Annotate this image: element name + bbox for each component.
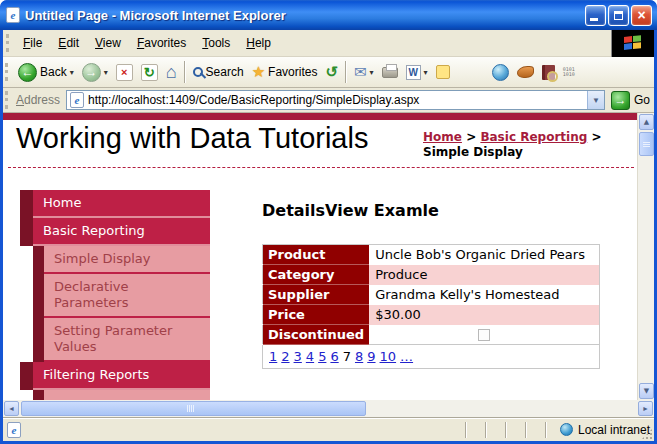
- address-url[interactable]: http://localhost:1409/Code/BasicReportin…: [88, 93, 587, 107]
- favorites-label: Favorites: [268, 65, 317, 79]
- toolbar-grip[interactable]: [5, 63, 10, 81]
- page-top-accent-bar: [3, 113, 637, 120]
- sidebar-item-declarative-parameters[interactable]: Declarative Parameters: [20, 274, 210, 318]
- minimize-button[interactable]: [585, 5, 606, 26]
- vertical-scrollbar[interactable]: ▲ ▼: [637, 113, 654, 400]
- scroll-left-button[interactable]: ◄: [4, 401, 19, 416]
- nav-accent-block: [20, 190, 33, 218]
- nav-accent-block: [33, 390, 44, 400]
- status-bar: e Local intranet: [3, 417, 654, 441]
- back-button[interactable]: ← Back ▾: [14, 61, 78, 84]
- pager-link-4[interactable]: 4: [306, 349, 314, 364]
- sidebar-item-simple-display[interactable]: Simple Display: [20, 246, 210, 274]
- refresh-button[interactable]: ↻: [137, 62, 162, 83]
- address-dropdown-button[interactable]: ▼: [587, 91, 604, 109]
- horizontal-scroll-thumb[interactable]: [21, 401, 366, 416]
- menu-edit[interactable]: Edit: [50, 32, 87, 54]
- sidebar-item-clipped[interactable]: [20, 390, 210, 400]
- menu-tools[interactable]: Tools: [194, 32, 238, 54]
- menu-file[interactable]: File: [15, 32, 50, 54]
- status-separator: [465, 422, 466, 438]
- pager-link-8[interactable]: 8: [355, 349, 363, 364]
- scroll-right-button[interactable]: ►: [638, 401, 653, 416]
- search-button[interactable]: Search: [189, 63, 248, 81]
- favorites-button[interactable]: ★ Favorites: [248, 61, 322, 83]
- address-label: Address: [14, 93, 66, 107]
- pager-link-5[interactable]: 5: [318, 349, 326, 364]
- go-button[interactable]: → Go: [611, 91, 650, 110]
- scroll-down-button[interactable]: ▼: [639, 383, 654, 399]
- edit-with-word-button[interactable]: W ▾: [402, 63, 432, 82]
- nav-accent-block: [33, 318, 44, 362]
- back-icon: ←: [18, 63, 37, 82]
- edit-dropdown-icon: ▾: [424, 68, 428, 77]
- menu-help[interactable]: Help: [238, 32, 279, 54]
- sidebar-item-label: Simple Display: [44, 246, 210, 274]
- discontinued-checkbox[interactable]: [478, 329, 490, 341]
- menu-view[interactable]: View: [87, 32, 129, 54]
- pager-current-page: 7: [343, 349, 351, 364]
- pager-link-more[interactable]: …: [400, 349, 413, 364]
- sidebar-item-label: Setting Parameter Values: [44, 318, 210, 362]
- sidebar-item-label: [44, 390, 210, 400]
- breadcrumb-home-link[interactable]: Home: [423, 130, 462, 144]
- messenger-button[interactable]: [488, 62, 513, 83]
- home-button[interactable]: ⌂: [162, 61, 181, 83]
- table-row: Price $30.00: [263, 305, 600, 325]
- pager-link-9[interactable]: 9: [367, 349, 375, 364]
- pager-link-6[interactable]: 6: [330, 349, 338, 364]
- pager-link-10[interactable]: 10: [380, 349, 397, 364]
- nav-accent-block: [33, 274, 44, 318]
- maximize-icon: [614, 11, 623, 20]
- sidebar-item-basic-reporting[interactable]: Basic Reporting: [20, 218, 210, 246]
- print-button[interactable]: [378, 65, 402, 80]
- pager-link-3[interactable]: 3: [294, 349, 302, 364]
- breadcrumb-section-link[interactable]: Basic Reporting: [480, 130, 587, 144]
- search-label: Search: [206, 65, 244, 79]
- toolbar-grip[interactable]: [6, 34, 11, 52]
- pager-link-2[interactable]: 2: [281, 349, 289, 364]
- addon-button[interactable]: [513, 64, 538, 80]
- row-value-product: Uncle Bob's Organic Dried Pears: [369, 245, 599, 265]
- forward-dropdown-icon: ▾: [104, 68, 108, 77]
- scroll-up-button[interactable]: ▲: [639, 114, 654, 130]
- windows-logo-throbber: [611, 30, 654, 57]
- research-button[interactable]: [538, 63, 559, 82]
- discuss-button[interactable]: [432, 63, 454, 81]
- sidebar-item-label: Basic Reporting: [33, 218, 210, 246]
- refresh-icon: ↻: [141, 64, 158, 81]
- mail-button[interactable]: ✉ ▾: [350, 61, 378, 83]
- breadcrumb: Home > Basic Reporting > Simple Display: [423, 130, 628, 160]
- forward-button[interactable]: → ▾: [78, 61, 112, 84]
- browser-window: e Untitled Page - Microsoft Internet Exp…: [0, 0, 657, 444]
- sidebar-item-filtering-reports[interactable]: Filtering Reports: [20, 362, 210, 390]
- stop-button[interactable]: ×: [112, 62, 137, 83]
- word-icon: W: [406, 65, 421, 80]
- horizontal-scrollbar[interactable]: ◄ ►: [3, 400, 654, 417]
- history-button[interactable]: ↺: [321, 61, 342, 83]
- pager-link-1[interactable]: 1: [269, 349, 277, 364]
- sidebar-item-setting-parameter-values[interactable]: Setting Parameter Values: [20, 318, 210, 362]
- status-separator: [545, 422, 546, 438]
- menu-favorites[interactable]: Favorites: [129, 32, 194, 54]
- address-field[interactable]: e http://localhost:1409/Code/BasicReport…: [66, 90, 605, 110]
- title-bar: e Untitled Page - Microsoft Internet Exp…: [0, 0, 657, 30]
- binary-addon-button[interactable]: 0101 1010: [559, 65, 579, 79]
- ie-page-icon: e: [7, 422, 21, 438]
- details-view-table: Product Uncle Bob's Organic Dried Pears …: [262, 244, 600, 369]
- ie-page-icon: e: [70, 92, 84, 108]
- status-separator: [525, 422, 526, 438]
- content-heading: DetailsView Examle: [262, 201, 439, 220]
- sidebar-item-home[interactable]: Home: [20, 190, 210, 218]
- row-value-price: $30.00: [369, 305, 599, 325]
- ie-page-icon: e: [6, 7, 20, 23]
- table-row: Supplier Grandma Kelly's Homestead: [263, 285, 600, 305]
- vertical-scroll-thumb[interactable]: [639, 132, 654, 156]
- status-separator: [505, 422, 506, 438]
- history-icon: ↺: [325, 63, 338, 81]
- toolbar-grip[interactable]: [5, 91, 10, 109]
- row-header-price: Price: [263, 305, 370, 325]
- maximize-button[interactable]: [608, 5, 629, 26]
- close-button[interactable]: ×: [631, 5, 652, 26]
- back-label: Back: [40, 65, 67, 79]
